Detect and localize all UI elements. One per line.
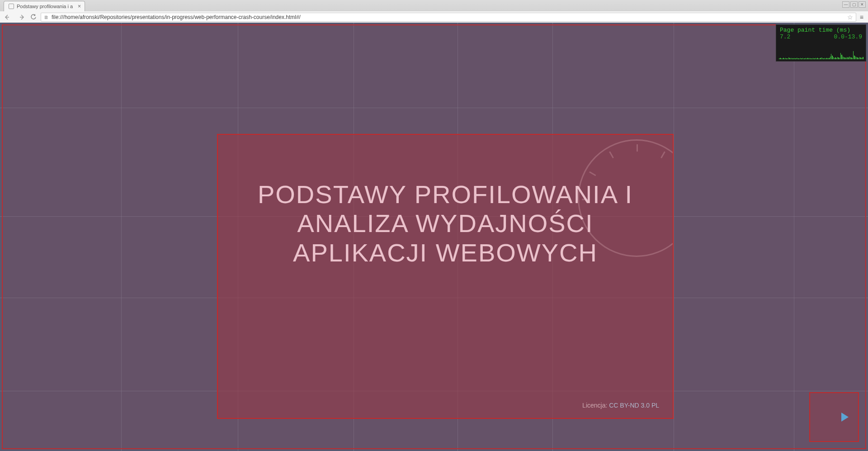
paint-bar bbox=[853, 51, 854, 59]
maximize-button[interactable]: ▢ bbox=[850, 1, 858, 8]
paint-bar bbox=[837, 57, 838, 59]
paint-bar bbox=[825, 58, 825, 59]
browser-chrome: — ▢ ✕ Podstawy profilowania i a × 🗎 file… bbox=[0, 0, 868, 23]
favicon-icon bbox=[9, 4, 14, 9]
paint-bar bbox=[843, 57, 843, 59]
paint-bar bbox=[810, 58, 810, 59]
page-content: PODSTAWY PROFILOWANIA I ANALIZA WYDAJNOŚ… bbox=[0, 23, 868, 451]
paint-current: 7.2 bbox=[780, 33, 790, 40]
paint-bar bbox=[847, 57, 847, 59]
paint-bar bbox=[783, 58, 783, 59]
paint-bar bbox=[801, 58, 802, 59]
paint-bar bbox=[844, 57, 845, 59]
paint-range: 0.0-13.9 bbox=[834, 33, 862, 40]
tab-bar: Podstawy profilowania i a × bbox=[0, 0, 868, 11]
bookmark-star-icon[interactable]: ☆ bbox=[847, 14, 853, 21]
file-icon: 🗎 bbox=[44, 14, 49, 20]
paint-bar bbox=[838, 57, 839, 59]
paint-bar bbox=[862, 58, 862, 59]
paint-bar bbox=[851, 57, 851, 59]
paint-bar bbox=[789, 58, 790, 59]
paint-bar bbox=[794, 58, 794, 59]
paint-bar bbox=[822, 58, 823, 59]
paint-bar bbox=[846, 58, 846, 59]
url-bar[interactable]: 🗎 file:///home/afronski/Repositories/pre… bbox=[41, 13, 856, 22]
paint-bar bbox=[807, 58, 808, 59]
next-slide-button[interactable] bbox=[809, 392, 859, 442]
paint-bar bbox=[802, 58, 803, 59]
browser-tab[interactable]: Podstawy profilowania i a × bbox=[4, 1, 85, 11]
reload-button[interactable] bbox=[28, 13, 39, 22]
paint-bar bbox=[793, 58, 793, 59]
paint-bar bbox=[796, 58, 797, 59]
slide: PODSTAWY PROFILOWANIA I ANALIZA WYDAJNOŚ… bbox=[217, 134, 674, 419]
paint-bar bbox=[840, 53, 841, 59]
paint-bar bbox=[815, 58, 816, 59]
paint-bar bbox=[863, 57, 863, 59]
paint-bar bbox=[860, 57, 861, 59]
window-controls: — ▢ ✕ bbox=[842, 1, 866, 8]
nav-bar: 🗎 file:///home/afronski/Repositories/pre… bbox=[0, 11, 868, 23]
paint-bar bbox=[821, 57, 822, 59]
paint-bar bbox=[857, 57, 858, 59]
paint-bar bbox=[855, 57, 856, 59]
paint-bar bbox=[844, 57, 844, 59]
paint-bar bbox=[784, 58, 785, 59]
paint-bar bbox=[833, 57, 834, 59]
back-button[interactable] bbox=[3, 13, 14, 22]
paint-bar bbox=[840, 58, 840, 59]
license-label: Licencja: bbox=[582, 402, 607, 409]
paint-bar bbox=[826, 58, 826, 59]
paint-bar bbox=[812, 58, 812, 59]
play-arrow-icon bbox=[839, 411, 851, 423]
paint-bar bbox=[826, 58, 827, 59]
paint-time-overlay: Page paint time (ms) 7.2 0.0-13.9 bbox=[776, 24, 866, 62]
paint-bar bbox=[779, 58, 779, 59]
paint-bar bbox=[814, 58, 814, 59]
slide-title: PODSTAWY PROFILOWANIA I ANALIZA WYDAJNOŚ… bbox=[236, 180, 655, 267]
paint-bar bbox=[859, 58, 859, 59]
paint-bar bbox=[792, 58, 792, 59]
tab-title: Podstawy profilowania i a bbox=[17, 4, 75, 9]
paint-bar bbox=[819, 58, 820, 59]
license-text: Licencja: CC BY-ND 3.0 PL bbox=[582, 402, 659, 409]
url-text: file:///home/afronski/Repositories/prese… bbox=[52, 14, 844, 20]
close-window-button[interactable]: ✕ bbox=[859, 1, 866, 8]
tab-close-icon[interactable]: × bbox=[78, 3, 81, 9]
paint-bar bbox=[798, 58, 798, 59]
forward-button[interactable] bbox=[15, 13, 26, 22]
paint-bar bbox=[856, 57, 857, 59]
paint-bar bbox=[849, 57, 849, 59]
paint-bar bbox=[782, 58, 783, 59]
paint-bar bbox=[836, 58, 837, 59]
paint-graph bbox=[779, 46, 863, 59]
paint-bar bbox=[848, 57, 848, 59]
paint-bar bbox=[809, 58, 809, 59]
paint-bar bbox=[803, 58, 804, 59]
paint-bar bbox=[781, 58, 782, 59]
paint-bar bbox=[832, 56, 832, 59]
paint-bar bbox=[852, 58, 853, 59]
paint-bar bbox=[807, 58, 807, 59]
paint-bar bbox=[799, 58, 800, 59]
paint-bar bbox=[831, 54, 831, 59]
paint-bar bbox=[850, 57, 850, 59]
paint-bar bbox=[788, 58, 788, 59]
paint-values: 7.2 0.0-13.9 bbox=[780, 33, 862, 40]
minimize-button[interactable]: — bbox=[842, 1, 849, 8]
paint-bar bbox=[841, 55, 842, 59]
paint-bar bbox=[820, 58, 821, 59]
menu-button[interactable]: ≡ bbox=[858, 14, 865, 21]
license-link[interactable]: CC BY-ND 3.0 PL bbox=[609, 402, 659, 409]
paint-bar bbox=[806, 58, 806, 59]
paint-bar bbox=[859, 57, 860, 59]
paint-header: Page paint time (ms) bbox=[780, 27, 862, 33]
paint-bar bbox=[834, 58, 835, 59]
paint-bar bbox=[817, 58, 817, 59]
paint-bar bbox=[828, 58, 828, 59]
paint-bar bbox=[811, 58, 811, 59]
paint-bar bbox=[788, 57, 789, 59]
paint-bar bbox=[854, 56, 854, 59]
paint-bar bbox=[785, 58, 786, 59]
paint-bar bbox=[835, 57, 835, 59]
